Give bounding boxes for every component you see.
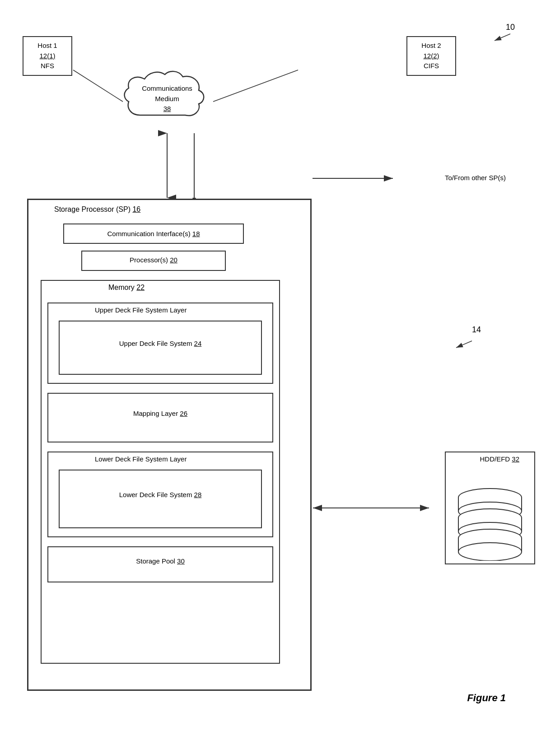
svg-line-5 — [456, 341, 472, 348]
host1-protocol: NFS — [29, 61, 66, 71]
cloud-shape: Communications Medium 38 — [122, 70, 212, 129]
svg-line-7 — [73, 70, 123, 102]
svg-point-27 — [458, 543, 522, 561]
host1-box: Host 1 12(1) NFS — [23, 36, 72, 76]
storage-pool-box: Storage Pool 30 — [47, 546, 273, 582]
host1-title: Host 1 — [29, 41, 66, 51]
comm-interface-box: Communication Interface(s) 18 — [63, 223, 244, 244]
udfs-box: Upper Deck File System 24 — [59, 321, 262, 375]
mapping-layer-box: Mapping Layer 26 — [47, 393, 273, 442]
svg-line-4 — [495, 34, 510, 41]
ldfs-box: Lower Deck File System 28 — [59, 470, 262, 528]
tofrom-label: To/From other SP(s) — [445, 174, 506, 182]
ldfs-layer-label: Lower Deck File System Layer — [95, 455, 187, 463]
hdd-label: HDD/EFD 32 — [480, 455, 519, 463]
memory-label: Memory 22 — [108, 284, 145, 292]
processor-box: Processor(s) 20 — [81, 251, 226, 271]
hdd-box — [445, 452, 535, 564]
ref-14-label: 14 — [472, 325, 481, 335]
cloud-text: Communications Medium 38 — [122, 84, 212, 114]
svg-line-8 — [213, 70, 298, 102]
host1-ref: 12(1) — [29, 51, 66, 61]
host2-box: Host 2 12(2) CIFS — [406, 36, 456, 76]
host2-title: Host 2 — [413, 41, 450, 51]
host2-ref: 12(2) — [413, 51, 450, 61]
figure-label: Figure 1 — [467, 692, 506, 704]
sp-title: Storage Processor (SP) 16 — [54, 205, 140, 214]
host2-protocol: CIFS — [413, 61, 450, 71]
ref-10-label: 10 — [506, 23, 515, 32]
udfs-layer-label: Upper Deck File System Layer — [95, 306, 187, 314]
